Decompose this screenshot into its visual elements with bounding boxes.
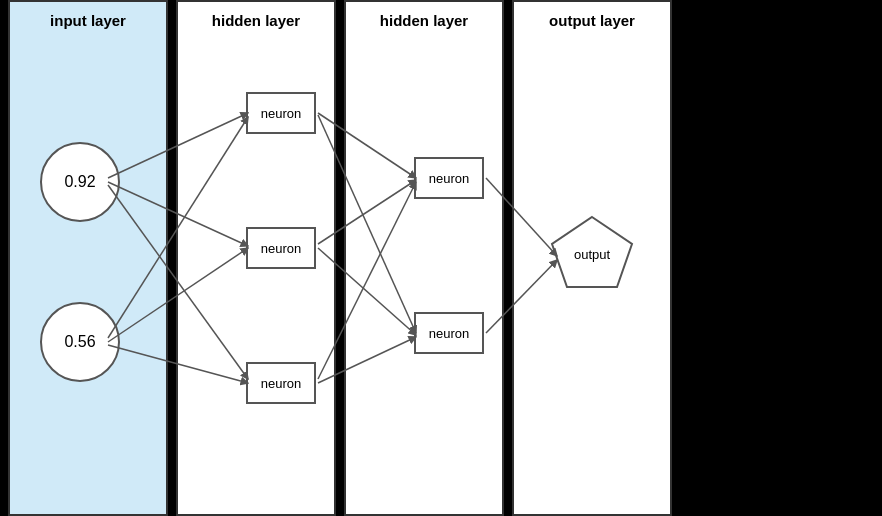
hidden2-neuron-2: neuron (414, 312, 484, 354)
hidden2-neuron-1: neuron (414, 157, 484, 199)
output-node: output (547, 212, 637, 296)
output-layer: output layer output (512, 0, 672, 516)
hidden-layer-2-title: hidden layer (346, 2, 502, 29)
neural-network-diagram: input layer 0.92 0.56 hidden layer neuro… (0, 0, 882, 516)
input-layer-title: input layer (10, 2, 166, 29)
hidden1-neuron-2: neuron (246, 227, 316, 269)
hidden1-neuron-3: neuron (246, 362, 316, 404)
hidden1-neuron-1: neuron (246, 92, 316, 134)
output-label: output (574, 247, 611, 262)
input-node-2: 0.56 (40, 302, 120, 382)
hidden-layer-1: hidden layer neuron neuron neuron (176, 0, 336, 516)
hidden-layer-1-title: hidden layer (178, 2, 334, 29)
input-layer: input layer 0.92 0.56 (8, 0, 168, 516)
input-node-1: 0.92 (40, 142, 120, 222)
hidden-layer-2: hidden layer neuron neuron (344, 0, 504, 516)
output-layer-title: output layer (514, 2, 670, 29)
